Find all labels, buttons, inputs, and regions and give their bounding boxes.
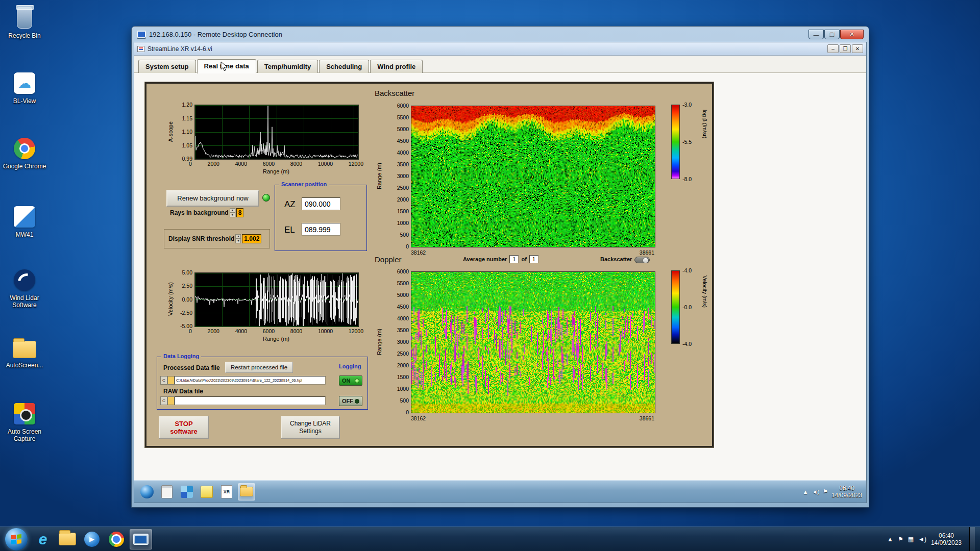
ascope-x-axis-label: Range (m) bbox=[194, 168, 358, 174]
desktop-icon-label: BL-View bbox=[0, 97, 49, 105]
labview-vi-icon bbox=[137, 46, 144, 52]
change-lidar-settings-button[interactable]: Change LiDAR Settings bbox=[281, 416, 340, 439]
remote-system-tray: ▲ ◄) ⚑ 06:40 14/09/2023 bbox=[803, 485, 862, 499]
recycle-bin-icon bbox=[17, 5, 32, 31]
tray-action-center-icon[interactable]: ⚑ bbox=[898, 536, 903, 543]
processed-path-field[interactable]: C:\LidarA\Data\Proc\2023\202309\20230914… bbox=[175, 376, 326, 385]
tray-network-icon[interactable]: ▦ bbox=[908, 536, 914, 543]
raw-path-control[interactable]: C bbox=[160, 396, 326, 405]
desktop-icon-autoscreen-folder[interactable]: AutoScreen... bbox=[0, 335, 49, 369]
tick-label: 38162 bbox=[411, 415, 426, 421]
restart-processed-file-button[interactable]: Restart processed file bbox=[225, 362, 293, 373]
tick-label: 8000 bbox=[290, 328, 302, 334]
desktop-icon-recycle-bin[interactable]: Recycle Bin bbox=[0, 5, 49, 39]
taskbar-clock[interactable]: 06:40 14/09/2023 bbox=[931, 532, 962, 546]
processed-path-control[interactable]: C C:\LidarA\Data\Proc\2023\202309\202309… bbox=[160, 376, 326, 385]
taskbar-media-player-icon[interactable]: ▶ bbox=[81, 529, 103, 549]
snr-threshold-value[interactable]: 1.002 bbox=[242, 234, 261, 243]
tick-label: 10000 bbox=[318, 161, 333, 167]
rdp-maximize-button[interactable]: ❐ bbox=[824, 30, 840, 39]
backscatter-title: Backscatter bbox=[375, 89, 414, 97]
raw-path-field[interactable] bbox=[175, 396, 326, 405]
taskbar-explorer-icon[interactable] bbox=[56, 529, 79, 549]
tick-label: 0 bbox=[406, 410, 409, 415]
tray-up-arrow-icon[interactable]: ▲ bbox=[803, 489, 808, 495]
rdp-titlebar[interactable]: 192.168.0.150 - Remote Desktop Connectio… bbox=[134, 27, 867, 42]
tab-temp-humidity[interactable]: Temp/humidity bbox=[257, 60, 318, 73]
stop-software-button[interactable]: STOP software bbox=[159, 416, 209, 439]
remote-taskbar-streamline-active-icon[interactable] bbox=[238, 483, 255, 500]
el-value-field[interactable]: 089.999 bbox=[302, 223, 340, 236]
el-label: EL bbox=[284, 225, 295, 235]
tick-label: 1500 bbox=[397, 374, 409, 380]
remote-taskbar-browser-icon[interactable] bbox=[138, 483, 156, 500]
start-button[interactable] bbox=[5, 528, 28, 550]
taskbar-rdp-active-icon[interactable] bbox=[130, 529, 152, 549]
tick-label: 4500 bbox=[397, 304, 409, 309]
windows-flag-icon bbox=[11, 534, 21, 544]
desktop-icon-wind-lidar[interactable]: Wind Lidar Software bbox=[0, 267, 49, 309]
tick-label: 3500 bbox=[397, 328, 409, 333]
desktop-icon-label: AutoScreen... bbox=[0, 362, 49, 369]
desktop-icon-bl-view[interactable]: ☁ BL-View bbox=[0, 70, 49, 105]
snr-stepper[interactable]: ▲▼ bbox=[235, 234, 241, 243]
taskbar-chrome-icon[interactable] bbox=[105, 529, 128, 549]
app-minimize-button[interactable]: – bbox=[827, 44, 839, 53]
taskbar-ie-icon[interactable]: e bbox=[32, 529, 54, 549]
tick-label: -0.0 bbox=[682, 305, 692, 310]
rays-in-background-value[interactable]: 8 bbox=[236, 208, 244, 217]
tab-wind-profile[interactable]: Wind profile bbox=[370, 60, 423, 73]
rdp-close-button[interactable]: ✕ bbox=[840, 30, 864, 39]
rays-in-background-label: Rays in background bbox=[170, 209, 229, 216]
tick-label: 6000 bbox=[263, 161, 275, 167]
remote-taskbar-xr-app-icon[interactable]: XR bbox=[218, 483, 235, 500]
rays-in-background-control: Rays in background ▲▼ 8 bbox=[170, 208, 243, 217]
desktop-icon-auto-screen-capture[interactable]: Auto Screen Capture bbox=[0, 401, 49, 442]
doppler-y-axis-label: Range (m) bbox=[376, 329, 382, 355]
desktop-icon-mw41[interactable]: MW41 bbox=[0, 204, 49, 238]
tab-system-setup[interactable]: System setup bbox=[138, 60, 196, 73]
tick-label: 3500 bbox=[397, 162, 409, 167]
app-close-button[interactable]: ✕ bbox=[852, 44, 863, 53]
tray-flag-icon[interactable]: ⚑ bbox=[823, 488, 828, 495]
tray-up-arrow-icon[interactable]: ▲ bbox=[887, 536, 893, 543]
remote-taskbar-notepad-icon[interactable] bbox=[158, 483, 176, 500]
ascope-plot bbox=[194, 105, 359, 160]
desktop-icon-label: Google Chrome bbox=[0, 163, 49, 170]
app-window-streamline: StreamLine XR v14-6.vi – ❐ ✕ System setu… bbox=[134, 42, 866, 480]
stop-line2: software bbox=[170, 428, 197, 435]
remote-clock[interactable]: 06:40 14/09/2023 bbox=[831, 485, 862, 499]
app-titlebar[interactable]: StreamLine XR v14-6.vi – ❐ ✕ bbox=[134, 42, 866, 56]
app-maximize-button[interactable]: ❐ bbox=[840, 44, 851, 53]
show-desktop-button[interactable] bbox=[969, 527, 975, 551]
processed-logging-toggle[interactable]: ON bbox=[339, 375, 362, 386]
az-value-field[interactable]: 090.000 bbox=[302, 197, 340, 210]
renew-background-button[interactable]: Renew background now bbox=[166, 190, 259, 207]
rdp-minimize-button[interactable]: — bbox=[808, 30, 824, 39]
rays-stepper[interactable]: ▲▼ bbox=[230, 208, 235, 217]
change-settings-line2: Settings bbox=[299, 428, 321, 435]
backscatter-colorbar bbox=[671, 105, 680, 179]
browse-folder-icon[interactable] bbox=[167, 376, 175, 385]
velocity-y-ticks: 5.002.500.00-2.50-5.00 bbox=[173, 270, 192, 329]
doppler-colorbar bbox=[671, 270, 680, 344]
browse-folder-icon[interactable] bbox=[167, 396, 175, 405]
tab-scheduling[interactable]: Scheduling bbox=[319, 60, 369, 73]
raw-logging-toggle[interactable]: OFF bbox=[339, 396, 362, 406]
desktop: Recycle Bin ☁ BL-View Google Chrome MW41… bbox=[0, 0, 980, 551]
tick-label: 4000 bbox=[397, 316, 409, 321]
backscatter-toggle[interactable] bbox=[634, 257, 650, 263]
backscatter-colorbar-ticks: -3.0-5.5-8.0 bbox=[682, 102, 692, 182]
tray-volume-icon[interactable]: ◄) bbox=[812, 489, 820, 495]
desktop-icon-google-chrome[interactable]: Google Chrome bbox=[0, 136, 49, 170]
tick-label: 5000 bbox=[397, 127, 409, 132]
average-number-value[interactable]: 1 bbox=[509, 255, 519, 263]
tick-label: 4000 bbox=[235, 328, 247, 334]
doppler-colorbar-label: Velocity (m/s) bbox=[702, 276, 708, 308]
backscatter-colorbar-label: log β (/m/sr) bbox=[702, 110, 708, 138]
average-total-value[interactable]: 1 bbox=[529, 255, 538, 263]
remote-taskbar-app-grid-icon[interactable] bbox=[178, 483, 195, 500]
remote-taskbar-notes-icon[interactable] bbox=[198, 483, 215, 500]
tray-volume-icon[interactable]: ◄) bbox=[918, 536, 926, 543]
tick-label: 2.50 bbox=[182, 283, 192, 288]
